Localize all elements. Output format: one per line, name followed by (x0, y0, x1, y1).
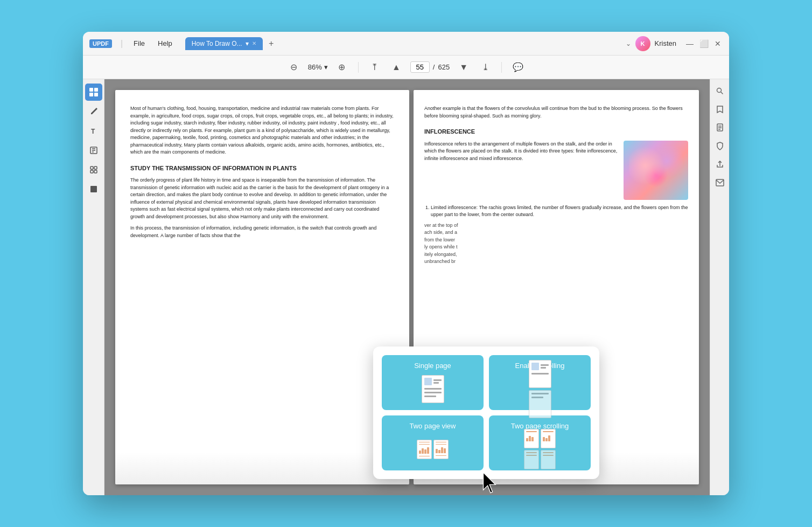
close-button[interactable]: ✕ (713, 39, 723, 48)
sidebar-icon-annotate[interactable] (85, 103, 102, 120)
zoom-dropdown-icon: ▾ (324, 63, 328, 71)
right-sidebar (710, 79, 729, 495)
svg-line-16 (720, 92, 723, 94)
right-icon-pdf-convert[interactable] (712, 120, 727, 135)
two-page-icon-container (414, 434, 452, 464)
enable-scrolling-icon-container (521, 374, 559, 404)
view-option-single-page[interactable]: Single page (382, 355, 484, 410)
sidebar-icon-thumbnails[interactable] (85, 84, 102, 101)
svg-rect-12 (90, 170, 93, 173)
chevron-down-icon[interactable]: ⌄ (626, 40, 631, 47)
view-option-two-page[interactable]: Two page view (382, 415, 484, 470)
pdf-left-para2: The orderly progress of plant life histo… (130, 177, 394, 220)
zoom-out-button[interactable]: ⊖ (286, 60, 302, 75)
pdf-right-heading1: INFLORESCENCE (424, 127, 688, 136)
cursor-overlay (480, 471, 501, 495)
tab-current[interactable]: How To Draw O... ▾ ✕ (185, 37, 263, 50)
zoom-level: 86% (308, 63, 322, 71)
last-page-button[interactable]: ⤓ (478, 60, 493, 75)
sidebar-icon-organize[interactable] (85, 161, 102, 178)
svg-rect-0 (89, 88, 93, 92)
app-logo: UPDF (89, 39, 112, 48)
scrolling-icon-top (529, 360, 551, 388)
zoom-display[interactable]: 86% ▾ (308, 63, 328, 71)
view-option-two-page-scrolling[interactable]: Two page scrolling (489, 415, 591, 470)
comment-button[interactable]: 💬 (510, 60, 526, 75)
scrolling-icon-bottom (529, 390, 551, 418)
menu-file[interactable]: File (129, 37, 149, 50)
minimize-button[interactable]: — (685, 39, 695, 48)
view-mode-popup: Single page (373, 346, 599, 479)
first-page-button[interactable]: ⤒ (367, 60, 382, 75)
view-option-enable-scrolling[interactable]: Enable scrolling (489, 355, 591, 410)
pdf-right-para1: Another example is that the flowers of t… (424, 105, 688, 120)
svg-rect-13 (94, 170, 97, 173)
page-input[interactable] (410, 61, 430, 73)
mini-page-tps-left-bot (524, 450, 539, 469)
mini-page-tps-left-top (524, 429, 539, 448)
maximize-button[interactable]: ⬜ (699, 39, 709, 48)
mini-page-left (417, 440, 432, 459)
next-page-icon: ▼ (459, 63, 468, 72)
sidebar-icon-ocr[interactable] (85, 142, 102, 159)
page-separator: / (433, 63, 435, 71)
pdf-right-partial-text: ver at the top of ach side, and a from t… (424, 222, 688, 266)
user-name: Kristen (655, 39, 676, 47)
cursor-icon (480, 471, 501, 495)
zoom-in-icon: ⊕ (338, 62, 345, 72)
total-pages: 625 (438, 63, 450, 71)
sidebar-icon-redact[interactable] (85, 181, 102, 198)
right-icon-share[interactable] (712, 157, 727, 172)
two-page-scrolling-icon-bottom (524, 450, 556, 469)
inflorescence-image (624, 141, 688, 200)
window-controls: — ⬜ ✕ (685, 39, 723, 48)
single-page-label: Single page (414, 362, 451, 370)
toolbar: ⊖ 86% ▾ ⊕ ⤒ ▲ / 625 ▼ ⤓ 💬 (83, 56, 729, 79)
pdf-page-left: Most of human's clothing, food, housing,… (115, 90, 409, 484)
tab-dropdown[interactable]: ▾ (246, 40, 249, 47)
pdf-left-fade (115, 452, 409, 484)
mini-page-tps-right-bot (541, 450, 556, 469)
svg-rect-11 (94, 167, 97, 169)
two-page-scrolling-icon-top (524, 429, 556, 448)
svg-text:T: T (91, 128, 95, 135)
app-window: UPDF | File Help How To Draw O... ▾ ✕ + … (83, 32, 729, 495)
tab-close[interactable]: ✕ (252, 40, 256, 46)
two-page-label: Two page view (410, 422, 456, 430)
flower-decoration (629, 146, 683, 195)
svg-rect-1 (94, 88, 98, 92)
single-page-icon-container (414, 374, 452, 404)
mini-page-tps-right-top (541, 429, 556, 448)
single-page-icon (422, 375, 444, 403)
prev-page-icon: ▲ (392, 63, 401, 72)
right-icon-bookmark[interactable] (712, 102, 727, 117)
tab-add-button[interactable]: + (265, 37, 278, 50)
tab-title: How To Draw O... (192, 40, 242, 47)
pdf-left-para1: Most of human's clothing, food, housing,… (130, 105, 394, 156)
right-icon-search[interactable] (712, 84, 727, 99)
right-icon-mail[interactable] (712, 175, 727, 190)
two-page-scrolling-icon-container (521, 434, 559, 464)
right-icon-security[interactable] (712, 138, 727, 154)
zoom-in-button[interactable]: ⊕ (334, 60, 349, 75)
mini-page-right (433, 440, 449, 459)
menu-help[interactable]: Help (153, 37, 177, 50)
last-page-icon: ⤓ (482, 62, 489, 72)
svg-point-15 (717, 88, 721, 93)
next-page-button[interactable]: ▼ (456, 60, 471, 75)
comment-icon: 💬 (513, 62, 523, 72)
svg-rect-10 (90, 167, 93, 169)
title-bar: UPDF | File Help How To Draw O... ▾ ✕ + … (83, 32, 729, 56)
sidebar-icon-edit[interactable]: T (85, 122, 102, 140)
zoom-out-icon: ⊖ (290, 62, 297, 72)
prev-page-button[interactable]: ▲ (389, 60, 404, 75)
svg-rect-2 (89, 93, 93, 96)
tab-area: How To Draw O... ▾ ✕ + (185, 37, 621, 50)
list-item-1: Limited inflorescence: The rachis grows … (431, 204, 688, 219)
main-area: T (83, 79, 729, 495)
page-nav: / 625 (410, 61, 450, 73)
title-right: ⌄ K Kristen — ⬜ ✕ (626, 36, 723, 51)
user-avatar: K (635, 36, 650, 51)
pdf-left-para3: In this process, the transmission of inf… (130, 225, 394, 239)
svg-rect-21 (716, 179, 724, 186)
